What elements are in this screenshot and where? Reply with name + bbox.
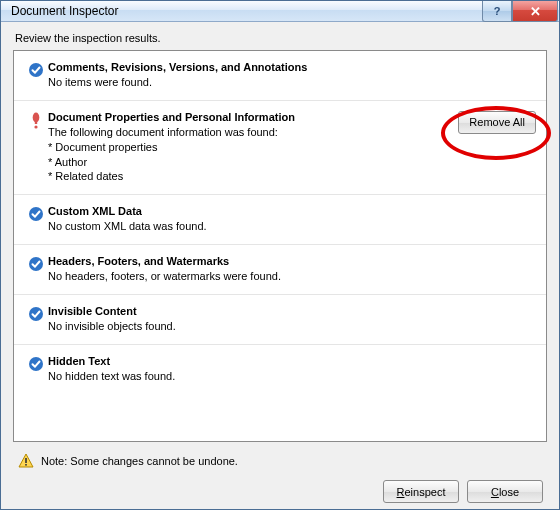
section-comments: Comments, Revisions, Versions, and Annot… [14, 51, 546, 101]
section-custom-xml: Custom XML Data No custom XML data was f… [14, 195, 546, 245]
svg-point-6 [29, 307, 43, 321]
help-button[interactable]: ? [482, 1, 512, 22]
section-desc: No invisible objects found. [48, 319, 438, 334]
section-invisible-content: Invisible Content No invisible objects f… [14, 295, 546, 345]
dialog-title: Document Inspector [11, 4, 118, 18]
section-bullet: * Related dates [48, 169, 438, 184]
section-bullet: * Author [48, 155, 438, 170]
section-bullet: * Document properties [48, 140, 438, 155]
dialog-window: Document Inspector ? ✕ Review the inspec… [0, 0, 560, 510]
close-icon: ✕ [530, 4, 541, 19]
section-hidden-text: Hidden Text No hidden text was found. [14, 345, 546, 394]
check-icon [24, 305, 48, 334]
check-icon [24, 355, 48, 384]
section-title: Custom XML Data [48, 205, 438, 217]
section-desc: No items were found. [48, 75, 438, 90]
section-doc-properties: Document Properties and Personal Informa… [14, 101, 546, 195]
svg-point-5 [29, 257, 43, 271]
alert-icon [24, 111, 48, 184]
titlebar-controls: ? ✕ [482, 1, 558, 22]
section-title: Headers, Footers, and Watermarks [48, 255, 438, 267]
dialog-body: Review the inspection results. Comments,… [1, 22, 559, 509]
svg-rect-9 [25, 464, 27, 466]
titlebar: Document Inspector ? ✕ [1, 1, 559, 22]
section-desc: No custom XML data was found. [48, 219, 438, 234]
section-title: Comments, Revisions, Versions, and Annot… [48, 61, 438, 73]
close-window-button[interactable]: ✕ [512, 1, 558, 22]
svg-rect-8 [25, 458, 27, 463]
svg-point-4 [29, 207, 43, 221]
section-desc: The following document information was f… [48, 125, 438, 140]
reinspect-button[interactable]: Reinspect [383, 480, 459, 503]
check-icon [24, 205, 48, 234]
close-label-tail: lose [499, 486, 519, 498]
svg-rect-2 [35, 121, 37, 124]
check-icon [24, 255, 48, 284]
reinspect-label-tail: einspect [404, 486, 445, 498]
footer-note: Note: Some changes cannot be undone. [41, 455, 543, 467]
section-title: Invisible Content [48, 305, 438, 317]
footer-buttons: Reinspect Close [13, 480, 547, 507]
svg-point-7 [29, 357, 43, 371]
svg-point-3 [34, 125, 37, 128]
section-title: Hidden Text [48, 355, 438, 367]
section-desc: No hidden text was found. [48, 369, 438, 384]
help-icon: ? [494, 5, 501, 17]
section-desc: No headers, footers, or watermarks were … [48, 269, 438, 284]
warning-icon [17, 452, 35, 470]
remove-all-button[interactable]: Remove All [458, 111, 536, 134]
svg-point-0 [29, 63, 43, 77]
section-title: Document Properties and Personal Informa… [48, 111, 438, 123]
footer: Note: Some changes cannot be undone. [13, 442, 547, 480]
check-icon [24, 61, 48, 90]
close-button[interactable]: Close [467, 480, 543, 503]
instruction-text: Review the inspection results. [13, 30, 547, 50]
section-headers-footers: Headers, Footers, and Watermarks No head… [14, 245, 546, 295]
results-panel: Comments, Revisions, Versions, and Annot… [13, 50, 547, 442]
